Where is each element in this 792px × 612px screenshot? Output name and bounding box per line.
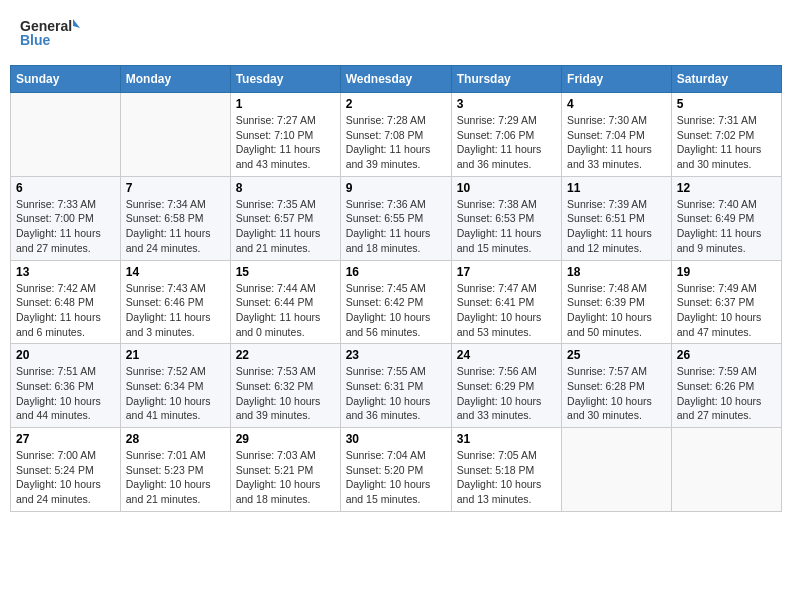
- day-info: Sunrise: 7:56 AM Sunset: 6:29 PM Dayligh…: [457, 364, 556, 423]
- calendar-cell: 10Sunrise: 7:38 AM Sunset: 6:53 PM Dayli…: [451, 176, 561, 260]
- calendar-cell: 15Sunrise: 7:44 AM Sunset: 6:44 PM Dayli…: [230, 260, 340, 344]
- day-number: 27: [16, 432, 115, 446]
- day-number: 22: [236, 348, 335, 362]
- calendar-header-wednesday: Wednesday: [340, 66, 451, 93]
- day-number: 9: [346, 181, 446, 195]
- calendar-week-row: 27Sunrise: 7:00 AM Sunset: 5:24 PM Dayli…: [11, 428, 782, 512]
- day-number: 4: [567, 97, 666, 111]
- calendar-cell: 1Sunrise: 7:27 AM Sunset: 7:10 PM Daylig…: [230, 93, 340, 177]
- page-header: General Blue: [10, 10, 782, 55]
- day-number: 15: [236, 265, 335, 279]
- day-number: 16: [346, 265, 446, 279]
- calendar-cell: 23Sunrise: 7:55 AM Sunset: 6:31 PM Dayli…: [340, 344, 451, 428]
- day-info: Sunrise: 7:48 AM Sunset: 6:39 PM Dayligh…: [567, 281, 666, 340]
- day-info: Sunrise: 7:57 AM Sunset: 6:28 PM Dayligh…: [567, 364, 666, 423]
- calendar-cell: 6Sunrise: 7:33 AM Sunset: 7:00 PM Daylig…: [11, 176, 121, 260]
- day-info: Sunrise: 7:03 AM Sunset: 5:21 PM Dayligh…: [236, 448, 335, 507]
- day-number: 30: [346, 432, 446, 446]
- day-number: 11: [567, 181, 666, 195]
- day-info: Sunrise: 7:01 AM Sunset: 5:23 PM Dayligh…: [126, 448, 225, 507]
- calendar-week-row: 6Sunrise: 7:33 AM Sunset: 7:00 PM Daylig…: [11, 176, 782, 260]
- calendar-cell: 24Sunrise: 7:56 AM Sunset: 6:29 PM Dayli…: [451, 344, 561, 428]
- calendar-table: SundayMondayTuesdayWednesdayThursdayFrid…: [10, 65, 782, 512]
- day-info: Sunrise: 7:27 AM Sunset: 7:10 PM Dayligh…: [236, 113, 335, 172]
- calendar-header-monday: Monday: [120, 66, 230, 93]
- logo: General Blue: [20, 15, 80, 50]
- day-number: 20: [16, 348, 115, 362]
- calendar-cell: 20Sunrise: 7:51 AM Sunset: 6:36 PM Dayli…: [11, 344, 121, 428]
- calendar-cell: 21Sunrise: 7:52 AM Sunset: 6:34 PM Dayli…: [120, 344, 230, 428]
- calendar-cell: 8Sunrise: 7:35 AM Sunset: 6:57 PM Daylig…: [230, 176, 340, 260]
- calendar-header-sunday: Sunday: [11, 66, 121, 93]
- calendar-cell: 27Sunrise: 7:00 AM Sunset: 5:24 PM Dayli…: [11, 428, 121, 512]
- calendar-cell: 14Sunrise: 7:43 AM Sunset: 6:46 PM Dayli…: [120, 260, 230, 344]
- day-number: 10: [457, 181, 556, 195]
- day-info: Sunrise: 7:00 AM Sunset: 5:24 PM Dayligh…: [16, 448, 115, 507]
- calendar-cell: 30Sunrise: 7:04 AM Sunset: 5:20 PM Dayli…: [340, 428, 451, 512]
- calendar-cell: [562, 428, 672, 512]
- day-number: 21: [126, 348, 225, 362]
- day-number: 1: [236, 97, 335, 111]
- day-info: Sunrise: 7:43 AM Sunset: 6:46 PM Dayligh…: [126, 281, 225, 340]
- calendar-header-tuesday: Tuesday: [230, 66, 340, 93]
- calendar-week-row: 13Sunrise: 7:42 AM Sunset: 6:48 PM Dayli…: [11, 260, 782, 344]
- svg-marker-1: [73, 19, 80, 28]
- day-number: 3: [457, 97, 556, 111]
- day-info: Sunrise: 7:51 AM Sunset: 6:36 PM Dayligh…: [16, 364, 115, 423]
- day-info: Sunrise: 7:53 AM Sunset: 6:32 PM Dayligh…: [236, 364, 335, 423]
- calendar-cell: 25Sunrise: 7:57 AM Sunset: 6:28 PM Dayli…: [562, 344, 672, 428]
- logo-svg: General Blue: [20, 15, 80, 50]
- day-info: Sunrise: 7:39 AM Sunset: 6:51 PM Dayligh…: [567, 197, 666, 256]
- day-number: 23: [346, 348, 446, 362]
- calendar-cell: 4Sunrise: 7:30 AM Sunset: 7:04 PM Daylig…: [562, 93, 672, 177]
- day-info: Sunrise: 7:55 AM Sunset: 6:31 PM Dayligh…: [346, 364, 446, 423]
- calendar-cell: 5Sunrise: 7:31 AM Sunset: 7:02 PM Daylig…: [671, 93, 781, 177]
- day-info: Sunrise: 7:59 AM Sunset: 6:26 PM Dayligh…: [677, 364, 776, 423]
- day-number: 17: [457, 265, 556, 279]
- day-number: 31: [457, 432, 556, 446]
- day-info: Sunrise: 7:04 AM Sunset: 5:20 PM Dayligh…: [346, 448, 446, 507]
- calendar-cell: 7Sunrise: 7:34 AM Sunset: 6:58 PM Daylig…: [120, 176, 230, 260]
- day-number: 6: [16, 181, 115, 195]
- calendar-cell: 26Sunrise: 7:59 AM Sunset: 6:26 PM Dayli…: [671, 344, 781, 428]
- calendar-cell: 18Sunrise: 7:48 AM Sunset: 6:39 PM Dayli…: [562, 260, 672, 344]
- day-info: Sunrise: 7:47 AM Sunset: 6:41 PM Dayligh…: [457, 281, 556, 340]
- day-info: Sunrise: 7:42 AM Sunset: 6:48 PM Dayligh…: [16, 281, 115, 340]
- calendar-cell: 9Sunrise: 7:36 AM Sunset: 6:55 PM Daylig…: [340, 176, 451, 260]
- day-info: Sunrise: 7:34 AM Sunset: 6:58 PM Dayligh…: [126, 197, 225, 256]
- day-number: 24: [457, 348, 556, 362]
- day-number: 12: [677, 181, 776, 195]
- day-number: 7: [126, 181, 225, 195]
- calendar-cell: 3Sunrise: 7:29 AM Sunset: 7:06 PM Daylig…: [451, 93, 561, 177]
- day-number: 28: [126, 432, 225, 446]
- calendar-header-saturday: Saturday: [671, 66, 781, 93]
- day-info: Sunrise: 7:35 AM Sunset: 6:57 PM Dayligh…: [236, 197, 335, 256]
- calendar-header-row: SundayMondayTuesdayWednesdayThursdayFrid…: [11, 66, 782, 93]
- calendar-cell: 12Sunrise: 7:40 AM Sunset: 6:49 PM Dayli…: [671, 176, 781, 260]
- day-number: 25: [567, 348, 666, 362]
- day-info: Sunrise: 7:38 AM Sunset: 6:53 PM Dayligh…: [457, 197, 556, 256]
- calendar-week-row: 20Sunrise: 7:51 AM Sunset: 6:36 PM Dayli…: [11, 344, 782, 428]
- calendar-cell: [671, 428, 781, 512]
- day-info: Sunrise: 7:29 AM Sunset: 7:06 PM Dayligh…: [457, 113, 556, 172]
- calendar-header-friday: Friday: [562, 66, 672, 93]
- day-info: Sunrise: 7:33 AM Sunset: 7:00 PM Dayligh…: [16, 197, 115, 256]
- day-number: 26: [677, 348, 776, 362]
- day-info: Sunrise: 7:30 AM Sunset: 7:04 PM Dayligh…: [567, 113, 666, 172]
- calendar-week-row: 1Sunrise: 7:27 AM Sunset: 7:10 PM Daylig…: [11, 93, 782, 177]
- day-info: Sunrise: 7:36 AM Sunset: 6:55 PM Dayligh…: [346, 197, 446, 256]
- day-number: 13: [16, 265, 115, 279]
- day-info: Sunrise: 7:28 AM Sunset: 7:08 PM Dayligh…: [346, 113, 446, 172]
- day-number: 5: [677, 97, 776, 111]
- calendar-cell: [11, 93, 121, 177]
- calendar-cell: 16Sunrise: 7:45 AM Sunset: 6:42 PM Dayli…: [340, 260, 451, 344]
- day-info: Sunrise: 7:49 AM Sunset: 6:37 PM Dayligh…: [677, 281, 776, 340]
- day-number: 8: [236, 181, 335, 195]
- calendar-cell: [120, 93, 230, 177]
- calendar-cell: 19Sunrise: 7:49 AM Sunset: 6:37 PM Dayli…: [671, 260, 781, 344]
- day-info: Sunrise: 7:05 AM Sunset: 5:18 PM Dayligh…: [457, 448, 556, 507]
- day-number: 29: [236, 432, 335, 446]
- calendar-cell: 22Sunrise: 7:53 AM Sunset: 6:32 PM Dayli…: [230, 344, 340, 428]
- day-number: 18: [567, 265, 666, 279]
- calendar-cell: 2Sunrise: 7:28 AM Sunset: 7:08 PM Daylig…: [340, 93, 451, 177]
